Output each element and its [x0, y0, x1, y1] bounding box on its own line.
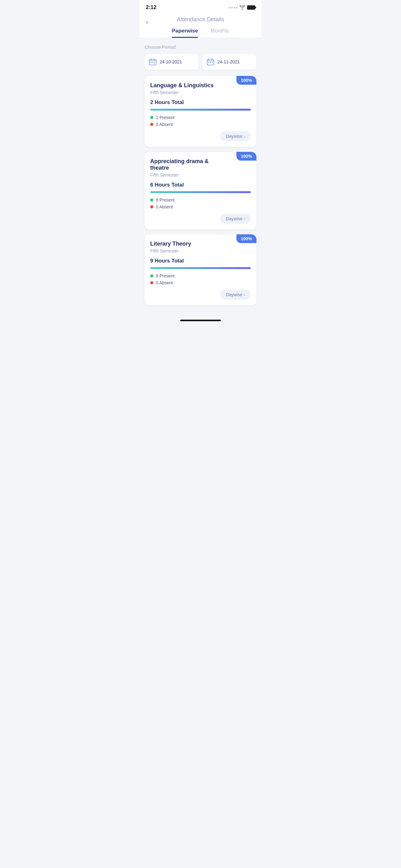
svg-rect-13 [212, 62, 213, 63]
progress-bar-container-3 [150, 267, 251, 269]
progress-bar-fill-1 [150, 109, 251, 111]
card-badge-3: 100% [236, 234, 257, 243]
progress-bar-container-2 [150, 191, 251, 193]
svg-rect-12 [210, 62, 211, 63]
tabs: Paperwise Monthly [146, 28, 255, 38]
daywise-label-2: Daywise [226, 216, 242, 221]
present-label-2: 6 Present [156, 197, 175, 203]
progress-bar-fill-3 [150, 267, 251, 269]
date-pickers: 24-10-2021 24-11-2021 [144, 54, 257, 70]
daywise-label-3: Daywise [226, 292, 242, 297]
progress-bar-container-1 [150, 109, 251, 111]
absent-dot-2 [150, 205, 153, 208]
card-footer-3: Daywise › [150, 290, 251, 300]
progress-bar-fill-2 [150, 191, 251, 193]
card-subject-3: Literary Theory [150, 241, 251, 247]
start-date-picker[interactable]: 24-10-2021 [144, 54, 199, 70]
card-subject-1: Language & Linguistics [150, 82, 251, 89]
page-title: Attendance Details [177, 16, 224, 28]
wifi-icon [239, 5, 245, 10]
end-date-picker[interactable]: 24-11-2021 [202, 54, 257, 70]
absent-stat-1: 0 Absent [150, 122, 251, 127]
back-button[interactable]: ‹ [146, 18, 148, 26]
svg-rect-4 [151, 62, 152, 63]
chevron-right-icon-1: › [244, 134, 245, 139]
card-badge-1: 100% [236, 76, 257, 85]
calendar-end-icon [207, 58, 214, 65]
card-subject-2: Appreciating drama & theatre [150, 158, 251, 171]
card-hours-3: 9 Hours Total [150, 258, 251, 264]
svg-rect-11 [208, 62, 209, 63]
present-label-3: 9 Present [156, 273, 175, 278]
start-date-value: 24-10-2021 [160, 59, 182, 64]
attendance-stats-1: 2 Present 0 Absent [150, 115, 251, 127]
attendance-stats-2: 6 Present 0 Absent [150, 197, 251, 209]
attendance-card-1: 100% Language & Linguistics Fifth Semest… [144, 76, 257, 147]
absent-dot-1 [150, 123, 153, 126]
daywise-button-2[interactable]: Daywise › [220, 214, 251, 224]
present-dot-1 [150, 116, 153, 119]
daywise-button-3[interactable]: Daywise › [220, 290, 251, 300]
cards-container: 100% Language & Linguistics Fifth Semest… [144, 76, 257, 305]
card-hours-1: 2 Hours Total [150, 99, 251, 105]
daywise-button-1[interactable]: Daywise › [220, 131, 251, 141]
chevron-right-icon-2: › [244, 216, 245, 221]
absent-dot-3 [150, 281, 153, 284]
status-time: 2:12 [146, 4, 157, 11]
status-bar: 2:12 [140, 0, 261, 12]
card-semester-1: Fifth Semester [150, 90, 251, 95]
tab-paperwise[interactable]: Paperwise [172, 28, 198, 38]
card-semester-2: Fifth Semester [150, 173, 251, 178]
home-indicator [180, 320, 221, 321]
absent-stat-2: 0 Absent [150, 204, 251, 209]
attendance-card-2: 100% Appreciating drama & theatre Fifth … [144, 152, 257, 229]
chevron-right-icon-3: › [244, 292, 245, 297]
main-content: Choose Period 24-10-2021 [140, 38, 261, 316]
tabs-container: Paperwise Monthly [140, 28, 261, 38]
svg-rect-6 [154, 62, 155, 63]
attendance-stats-3: 9 Present 0 Absent [150, 273, 251, 285]
present-dot-2 [150, 198, 153, 202]
card-footer-2: Daywise › [150, 214, 251, 224]
present-stat-1: 2 Present [150, 115, 251, 120]
signal-icon [229, 7, 238, 8]
absent-label-2: 0 Absent [156, 204, 173, 209]
present-stat-3: 9 Present [150, 273, 251, 278]
present-stat-2: 6 Present [150, 197, 251, 203]
absent-label-3: 0 Absent [156, 280, 173, 285]
choose-period-label: Choose Period [144, 44, 257, 50]
card-hours-2: 6 Hours Total [150, 182, 251, 188]
header: ‹ Attendance Details [140, 12, 261, 28]
present-label-1: 2 Present [156, 115, 175, 120]
calendar-start-icon [149, 58, 157, 65]
absent-stat-3: 0 Absent [150, 280, 251, 285]
tab-monthly[interactable]: Monthly [210, 28, 229, 38]
end-date-value: 24-11-2021 [218, 59, 240, 64]
daywise-label-1: Daywise [226, 134, 242, 139]
battery-icon [247, 5, 255, 10]
card-semester-3: Fifth Semester [150, 248, 251, 253]
card-badge-2: 100% [236, 152, 257, 161]
absent-label-1: 0 Absent [156, 122, 173, 127]
card-footer-1: Daywise › [150, 131, 251, 141]
present-dot-3 [150, 274, 153, 277]
status-icons [229, 5, 255, 10]
svg-rect-5 [153, 62, 153, 63]
attendance-card-3: 100% Literary Theory Fifth Semester 9 Ho… [144, 234, 257, 305]
